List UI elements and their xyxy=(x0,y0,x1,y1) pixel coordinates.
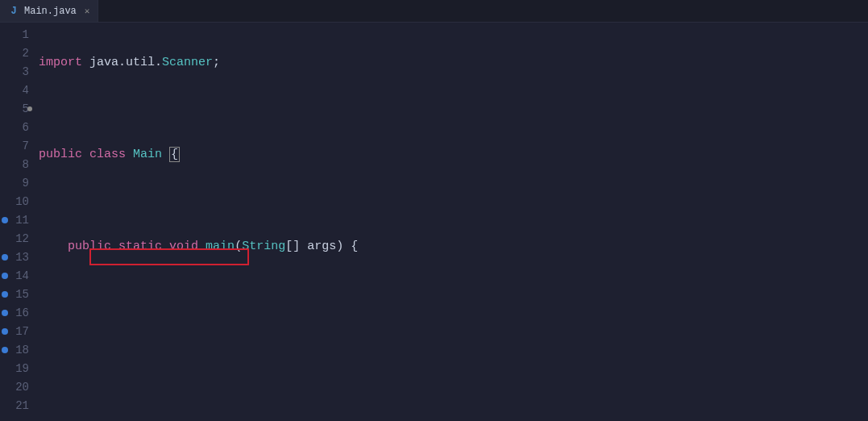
code-line xyxy=(39,191,612,210)
code-line: public static void main(String[] args) { xyxy=(39,237,612,256)
close-icon[interactable]: ✕ xyxy=(85,6,90,16)
breakpoint-marker[interactable] xyxy=(2,310,8,316)
code-line xyxy=(39,329,612,348)
line-number[interactable]: 3 xyxy=(0,63,29,81)
line-number[interactable]: 19 xyxy=(0,360,29,378)
code-editor[interactable]: 123456789101112131415161718192021 import… xyxy=(0,23,868,421)
code-line: public class Main { xyxy=(39,145,612,164)
code-line xyxy=(39,99,612,118)
code-area[interactable]: import java.util.Scanner; public class M… xyxy=(34,23,612,421)
line-number[interactable]: 4 xyxy=(0,81,29,100)
gutter[interactable]: 123456789101112131415161718192021 xyxy=(0,23,34,421)
line-number[interactable]: 5 xyxy=(0,100,29,119)
breakpoint-marker[interactable] xyxy=(2,328,8,335)
code-line: import java.util.Scanner; xyxy=(39,53,612,72)
tab-bar: J Main.java ✕ xyxy=(0,0,868,23)
line-number[interactable]: 9 xyxy=(0,174,29,193)
cursor: { xyxy=(169,147,180,162)
method-marker[interactable] xyxy=(27,106,32,111)
line-number[interactable]: 6 xyxy=(0,119,29,137)
line-number[interactable]: 2 xyxy=(0,44,29,63)
line-number[interactable]: 1 xyxy=(0,26,29,44)
breakpoint-marker[interactable] xyxy=(2,254,8,261)
file-tab[interactable]: J Main.java ✕ xyxy=(0,0,98,22)
line-number[interactable]: 12 xyxy=(0,230,29,248)
java-file-icon: J xyxy=(8,6,19,17)
breakpoint-marker[interactable] xyxy=(2,347,8,353)
breakpoint-marker[interactable] xyxy=(2,217,8,223)
line-number[interactable]: 7 xyxy=(0,137,29,156)
breakpoint-marker[interactable] xyxy=(2,273,8,279)
code-line xyxy=(39,283,612,302)
line-number[interactable]: 10 xyxy=(0,193,29,211)
line-number[interactable]: 21 xyxy=(0,397,29,415)
tab-filename: Main.java xyxy=(24,6,77,17)
breakpoint-marker[interactable] xyxy=(2,291,8,298)
line-number[interactable]: 8 xyxy=(0,156,29,174)
line-number[interactable]: 20 xyxy=(0,378,29,397)
code-line xyxy=(39,375,612,394)
